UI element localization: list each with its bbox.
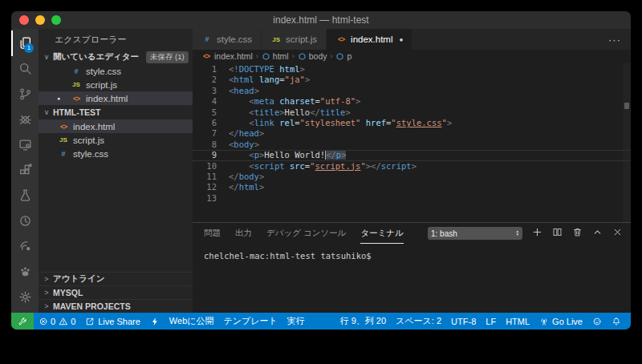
editor-tab[interactable]: #style.css <box>193 29 262 50</box>
panel-tab[interactable]: ターミナル <box>360 223 403 244</box>
symbol-icon <box>262 52 270 61</box>
status-part: 0 <box>39 317 55 326</box>
activity-item-extensions[interactable] <box>11 157 39 183</box>
plus-icon <box>532 227 542 237</box>
status-encoding[interactable]: UTF-8 <box>446 313 481 330</box>
panel-tab[interactable]: デバッグ コンソール <box>266 223 346 244</box>
status-template[interactable]: テンプレート <box>219 313 282 330</box>
file-item[interactable]: #style.css <box>39 147 193 160</box>
code-line[interactable]: 6 <link rel="stylesheet" href="style.css… <box>193 118 631 128</box>
activity-item-remote-explorer[interactable] <box>11 132 39 158</box>
code-line[interactable]: 8<body> <box>193 140 631 150</box>
file-item[interactable]: JSscript.js <box>39 133 193 147</box>
bottom-panel: 問題出力デバッグ コンソールターミナル 1: bash▲▼ chelchel-m… <box>193 222 631 313</box>
status-label: HTML <box>506 317 530 326</box>
open-editor-item[interactable]: ●<>index.html <box>39 91 193 105</box>
error-icon <box>39 317 48 326</box>
code-token: body <box>234 140 254 149</box>
status-feedback-smiley[interactable] <box>587 313 607 330</box>
breadcrumb-item[interactable]: body <box>298 51 327 61</box>
breadcrumb-label: body <box>309 51 327 61</box>
code-token: > <box>305 75 310 84</box>
sidebar-section-maven-projects[interactable]: >MAVEN PROJECTS <box>39 299 193 313</box>
activity-item-time-tracker[interactable] <box>11 208 39 233</box>
new-terminal-button[interactable] <box>532 226 542 241</box>
status-cursor-position[interactable]: 行 9、列 20 <box>335 313 391 330</box>
code-line[interactable]: 2<html lang="ja"> <box>193 75 631 85</box>
bell-icon <box>612 317 621 326</box>
code-line[interactable]: 3<head> <box>193 86 631 96</box>
editor-tab[interactable]: <>index.html● <box>327 29 412 50</box>
split-terminal-button[interactable] <box>552 226 563 241</box>
status-indentation[interactable]: スペース: 2 <box>391 313 446 330</box>
js-icon: JS <box>58 136 69 144</box>
terminal[interactable]: chelchel-mac:html-test tatsuhiko$ <box>193 244 631 313</box>
code-token: script <box>381 161 412 171</box>
breadcrumb-item[interactable]: <>index.html <box>203 51 253 61</box>
dirty-indicator[interactable]: ● <box>400 36 404 43</box>
open-editor-item[interactable]: JSscript.js <box>39 78 193 91</box>
status-remote-indicator[interactable] <box>11 313 34 330</box>
status-eol[interactable]: LF <box>481 313 501 330</box>
line-number: 11 <box>193 172 217 182</box>
line-number: 1 <box>193 64 217 75</box>
status-notifications-bell[interactable] <box>607 313 626 330</box>
code-line[interactable]: 10 <script src="script.js"></script> <box>193 161 631 172</box>
open-editor-item[interactable]: #style.css <box>39 64 193 78</box>
activity-item-source-control[interactable] <box>11 81 39 107</box>
code-line[interactable]: 13 <box>193 193 631 204</box>
close-panel-button[interactable] <box>612 226 623 241</box>
code-token: <! <box>229 64 239 74</box>
panel-tab[interactable]: 問題 <box>204 223 221 244</box>
open-editors-header[interactable]: ∨ 開いているエディター 未保存 (1) <box>39 50 193 64</box>
activity-item-settings[interactable] <box>11 284 39 309</box>
editor-tab[interactable]: JSscript.js <box>262 29 327 50</box>
code-line[interactable]: 4 <meta charset="utf-8"> <box>193 96 631 107</box>
minimize-button[interactable] <box>35 15 45 25</box>
status-run-task[interactable]: 実行 <box>282 313 310 330</box>
status-go-live[interactable]: Go Live <box>534 313 587 330</box>
status-language-mode[interactable]: HTML <box>501 313 534 330</box>
chevron-right-icon: > <box>43 275 51 283</box>
activity-item-testing[interactable] <box>11 183 39 208</box>
more-actions-button[interactable]: ··· <box>608 34 621 46</box>
code-line[interactable]: 11</body> <box>193 172 631 182</box>
explorer-badge: 1 <box>24 43 34 53</box>
code-line[interactable]: 7</head> <box>193 128 631 139</box>
line-content: <meta charset="utf-8"> <box>217 96 360 107</box>
activity-item-run-debug[interactable] <box>11 107 39 132</box>
activity-item-live-share-sessions[interactable] <box>11 233 39 259</box>
code-token: "utf-8" <box>320 96 356 106</box>
line-number: 7 <box>193 128 217 139</box>
status-publish-to-web[interactable]: Webに公開 <box>165 313 219 330</box>
file-item[interactable]: <>index.html <box>39 119 193 133</box>
code-line[interactable]: 12</html> <box>193 182 631 192</box>
activity-item-explorer[interactable]: 1 <box>11 30 39 56</box>
window-title: index.html — html-test <box>273 14 368 26</box>
code-token: html <box>274 64 300 74</box>
code-line[interactable]: 1<!DOCTYPE html> <box>193 64 631 75</box>
code-line[interactable]: 5 <title>Hello</title> <box>193 107 631 118</box>
code-token: > <box>259 172 264 181</box>
sidebar-section-mysql[interactable]: >MYSQL <box>39 285 193 299</box>
breadcrumb-item[interactable]: html <box>262 51 289 61</box>
breadcrumb-item[interactable]: p <box>335 51 351 61</box>
code-token: style.css <box>396 118 442 127</box>
zoom-button[interactable] <box>51 15 61 25</box>
share-icon <box>85 317 95 326</box>
terminal-picker[interactable]: 1: bash▲▼ <box>428 227 522 240</box>
maximize-panel-button[interactable] <box>592 226 603 241</box>
activity-item-search[interactable] <box>11 56 39 82</box>
folder-header[interactable]: ∨ HTML-TEST <box>39 105 193 119</box>
close-button[interactable] <box>19 15 29 25</box>
kill-terminal-button[interactable] <box>572 226 583 241</box>
sidebar-section-outline[interactable]: >アウトライン <box>39 272 193 285</box>
code-editor[interactable]: 1<!DOCTYPE html>2<html lang="ja">3<head>… <box>193 63 631 222</box>
code-line[interactable]: 9 <p>Hello World!</p> <box>193 150 631 160</box>
status-live-share[interactable]: Live Share <box>80 313 145 330</box>
status-thunder-client[interactable] <box>145 313 165 330</box>
status-problems[interactable]: 00 <box>34 313 80 330</box>
section-label: アウトライン <box>53 273 104 285</box>
activity-item-extension-paw[interactable] <box>11 259 39 285</box>
panel-tab[interactable]: 出力 <box>235 223 252 244</box>
